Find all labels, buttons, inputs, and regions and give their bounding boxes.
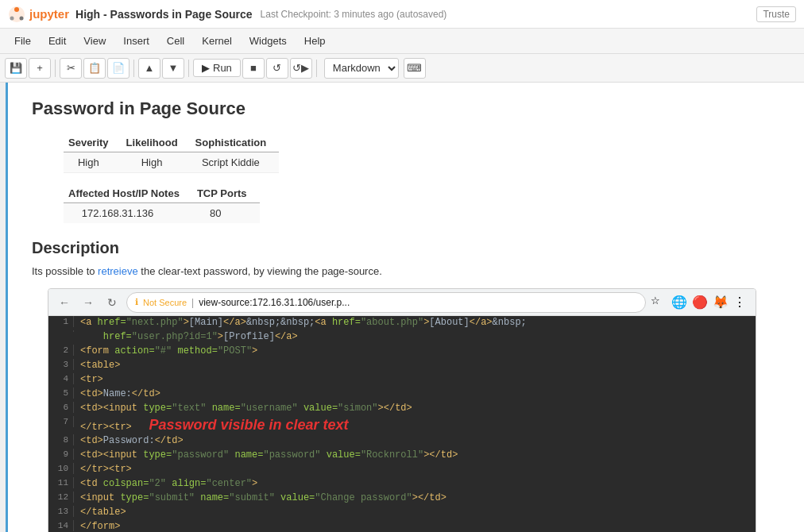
code-line-11: 11 <td colspan="2" align="center"> [48,477,756,492]
host-value: 172.168.31.136 [64,203,192,224]
bookmark-icon[interactable]: ☆ [651,295,667,310]
line-number: 1 [48,316,74,327]
menu-view[interactable]: View [75,33,114,49]
overlay-warning: Password visible in clear text [149,417,348,433]
keyboard-button[interactable]: ⌨ [404,58,426,79]
svg-point-2 [10,16,14,20]
address-bar[interactable]: ℹ Not Secure | view-source:172.16.31.106… [126,292,646,313]
security-icon: ℹ [135,297,138,307]
add-cell-button[interactable]: + [29,58,51,79]
line-number: 10 [48,463,74,474]
svg-point-1 [14,7,19,12]
line-content: <td><input type="password" name="passwor… [74,449,464,461]
severity-value: High [64,152,122,173]
url-separator: | [191,297,194,308]
col-sophistication-header: Sophistication [191,133,280,152]
line-number: 2 [48,345,74,356]
code-line-1: 1 <a href="next.php">[Main]</a>&nbsp;&nb… [48,316,756,330]
line-content: </table> [74,506,133,519]
line-content: <a href="next.php">[Main]</a>&nbsp;&nbsp… [74,316,533,329]
description-text: Its possible to retreieve the clear-text… [32,265,772,277]
url-text: view-source:172.16.31.106/user.p... [199,297,350,308]
back-button[interactable]: ← [55,293,74,312]
logo-text: jupyter [29,7,69,21]
not-secure-label: Not Secure [143,298,187,307]
retreieve-link[interactable]: retreieve [98,265,138,277]
menu-widgets[interactable]: Widgets [242,33,295,49]
svg-point-3 [20,16,24,20]
line-number: 3 [48,359,74,370]
line-content: <td colspan="2" align="center"> [74,477,264,490]
toolbar-separator-1 [55,60,56,77]
line-content: </tr><tr> [74,463,138,476]
menu-help[interactable]: Help [296,33,334,49]
browser-action-icons: ☆ 🌐 🔴 🦊 ⋮ [651,295,749,310]
checkpoint-info: Last Checkpoint: 3 minutes ago (autosave… [261,9,447,20]
notebook-title: High - Passwords in Page Source [75,8,253,21]
sophistication-value: Script Kiddie [191,152,280,173]
run-button[interactable]: ▶ Run [193,59,241,77]
run-label: Run [213,62,232,74]
col-severity-header: Severity [64,133,122,152]
code-line-7: 7 </tr><tr> Password visible in clear te… [48,416,756,434]
line-number: 5 [48,387,74,399]
extension-icon-1[interactable]: 🌐 [671,295,687,310]
jupyter-logo: jupyter [8,6,69,23]
menu-kernel[interactable]: Kernel [194,33,240,49]
line-content: </form> [74,520,126,532]
line-content: <td><input type="text" name="username" v… [74,402,419,414]
stop-button[interactable]: ■ [242,58,265,79]
extension-icon-3[interactable]: 🦊 [713,295,729,310]
move-up-button[interactable]: ▲ [138,58,160,79]
info-tables: Severity Likelihood Sophistication High … [64,133,772,223]
line-content: <table> [74,359,126,372]
port-value: 80 [192,203,260,224]
save-button[interactable]: 💾 [5,58,27,79]
severity-table: Severity Likelihood Sophistication High … [64,133,279,173]
toolbar-separator-4 [316,60,317,77]
hosts-table: Affected Host/IP Notes TCP Ports 172.168… [64,184,260,223]
toolbar-separator-2 [133,60,134,77]
forward-button[interactable]: → [79,293,98,312]
line-number [48,330,74,332]
line-content: </tr><tr> Password visible in clear text [74,416,355,434]
line-content: <td>Password:</td> [74,434,190,447]
restart-button[interactable]: ↺ [266,58,288,79]
code-line-9: 9 <td><input type="password" name="passw… [48,449,756,463]
line-number: 12 [48,492,74,503]
menu-dots-icon[interactable]: ⋮ [733,295,749,310]
menu-insert[interactable]: Insert [115,33,157,49]
line-number: 8 [48,434,74,445]
trusted-badge: Truste [756,6,796,22]
line-number: 11 [48,477,74,488]
code-line-6: 6 <td><input type="text" name="username"… [48,402,756,416]
code-line-8: 8 <td>Password:</td> [48,434,756,449]
main-area: Password in Page Source Severity Likelih… [0,83,804,532]
extension-icon-2[interactable]: 🔴 [692,295,708,310]
restart-run-button[interactable]: ↺▶ [290,58,312,79]
line-number: 13 [48,506,74,517]
menu-bar: File Edit View Insert Cell Kernel Widget… [0,29,804,54]
browser-screenshot: ← → ↻ ℹ Not Secure | view-source:172.16.… [48,288,756,532]
table-row: High High Script Kiddie [64,152,279,173]
code-line-1b: href="user.php?id=1">[Profile]</a> [48,330,756,345]
copy-cell-button[interactable]: 📋 [83,58,106,79]
code-line-14: 14 </form> [48,520,756,532]
menu-file[interactable]: File [6,33,39,49]
browser-toolbar: ← → ↻ ℹ Not Secure | view-source:172.16.… [48,289,756,316]
move-down-button[interactable]: ▼ [162,58,184,79]
line-content: href="user.php?id=1">[Profile]</a> [74,330,304,343]
col-likelihood-header: Likelihood [122,133,191,152]
menu-edit[interactable]: Edit [41,33,74,49]
toolbar-separator-3 [188,60,189,77]
refresh-button[interactable]: ↻ [102,293,122,312]
menu-cell[interactable]: Cell [159,33,192,49]
code-line-5: 5 <td>Name:</td> [48,387,756,402]
run-icon: ▶ [202,62,210,74]
cell-type-select[interactable]: Markdown [324,58,399,79]
paste-cell-button[interactable]: 📄 [107,58,129,79]
line-number: 14 [48,520,74,531]
cut-cell-button[interactable]: ✂ [60,58,82,79]
col-ports-header: TCP Ports [192,184,260,203]
line-content: <form action="#" method="POST"> [74,345,264,357]
